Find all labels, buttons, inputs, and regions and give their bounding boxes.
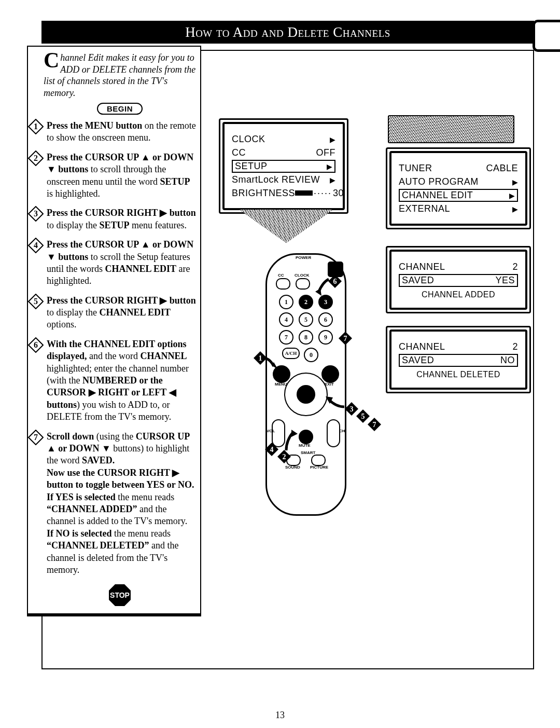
- remote-num-0: 0: [304, 348, 318, 362]
- arrow-right-icon: [512, 203, 519, 214]
- step-6-hl1: CHANNEL: [141, 351, 187, 361]
- step-7-lead: Scroll down: [47, 431, 94, 442]
- remote-cc-label: CC: [278, 273, 284, 278]
- remote-smart-picture-button: [311, 455, 326, 466]
- osd-add-saved-val: YES: [495, 275, 515, 286]
- svg-text:7: 7: [373, 421, 376, 429]
- remote-mute-label: MUTE: [299, 443, 311, 448]
- step-5-icon: 5: [28, 294, 44, 309]
- osd-del-saved-val: NO: [500, 355, 515, 366]
- osd-tuner-wrap: TUNERCABLE AUTO PROGRAM CHANNEL EDIT EXT…: [386, 147, 526, 229]
- osd-tuner-val: CABLE: [486, 163, 518, 174]
- remote-num-6: 6: [318, 312, 333, 327]
- step-3-lead: Press the CURSOR RIGHT ▶ button: [47, 208, 196, 218]
- osd-tuner-label: TUNER: [399, 163, 432, 174]
- intro-text: hannel Edit makes it easy for you to ADD…: [44, 52, 195, 98]
- remote-clock-button: [296, 278, 310, 290]
- stop-icon: STOP: [108, 583, 132, 607]
- remote-clock-label: CLOCK: [295, 273, 309, 278]
- callout-6-arrow-icon: [315, 277, 331, 298]
- remote-num-2: 2: [299, 295, 313, 309]
- osd-channel-deleted: CHANNEL2 SAVEDNO CHANNEL DELETED: [389, 329, 527, 390]
- arrow-right-icon: [512, 176, 519, 187]
- step-7-hl2: SAVED.: [82, 455, 115, 465]
- pointer-triangle-icon: [240, 210, 333, 243]
- remote-num-1: 1: [279, 295, 293, 309]
- remote-num-4: 4: [279, 312, 293, 327]
- step-7-icon: 7: [28, 430, 44, 445]
- arrow-right-icon: [330, 134, 336, 145]
- osd-add-chan-label: CHANNEL: [399, 262, 445, 272]
- callout-3-arrow-icon: [326, 396, 346, 412]
- osd-edit-label: CHANNEL EDIT: [402, 190, 473, 201]
- remote-num-5: 5: [299, 312, 313, 327]
- osd-brightness-label: BRIGHTNESS: [232, 188, 295, 199]
- content-frame: Channel Edit makes it easy for you to AD…: [41, 50, 534, 669]
- arrow-right-icon: [509, 190, 515, 201]
- callout-2-icon: 2: [277, 449, 291, 464]
- osd-clock-label: CLOCK: [232, 134, 265, 145]
- remote-cc-button: [276, 278, 290, 290]
- brightness-slider: ·····30: [295, 188, 344, 199]
- remote-vol-label: VOL: [267, 429, 275, 433]
- osd-cc-val: OFF: [316, 147, 336, 158]
- svg-text:7: 7: [344, 335, 347, 342]
- step-4-hl: CHANNEL EDIT: [105, 264, 177, 274]
- step-5-lead: Press the CURSOR RIGHT ▶ button: [47, 295, 196, 306]
- svg-text:1: 1: [259, 354, 262, 362]
- step-7-rest: (using the: [94, 431, 136, 442]
- svg-text:3: 3: [34, 209, 38, 218]
- osd-brightness-val: 30: [333, 188, 344, 199]
- step-6-rest: and the word: [87, 351, 141, 361]
- step-7-line2: Now use the CURSOR RIGHT ▶ button to tog…: [47, 468, 194, 490]
- step-3-icon: 3: [28, 206, 44, 222]
- page-number: 13: [0, 710, 560, 721]
- page-title-bar: How to Add and Delete Channels: [41, 21, 534, 44]
- osd-main-wrap: CLOCK CCOFF SETUP SmartLock REVIEW BRIGH…: [219, 118, 348, 214]
- osd-channel-added-wrap: CHANNEL2 SAVEDYES CHANNEL ADDED: [386, 246, 526, 313]
- step-1-icon: 1: [28, 119, 44, 134]
- intro-paragraph: Channel Edit makes it easy for you to AD…: [44, 52, 196, 99]
- callout-7-icon: 7: [338, 331, 353, 346]
- step-7-line3a: If YES is selected: [47, 492, 116, 502]
- step-5-hl: CHANNEL EDIT: [100, 307, 171, 318]
- step-5-rest2: options.: [47, 319, 77, 329]
- remote-power-label: POWER: [296, 255, 311, 260]
- step-4: 4 Press the CURSOR UP ▲ or DOWN ▼ button…: [44, 239, 196, 287]
- remote-dpad: [284, 373, 326, 414]
- remote-smart-label: SMART: [301, 450, 315, 455]
- step-6: 6 With the CHANNEL EDIT options displaye…: [44, 338, 196, 423]
- osd-setup-label: SETUP: [235, 161, 268, 172]
- step-2: 2 Press the CURSOR UP ▲ or DOWN ▼ button…: [44, 152, 196, 200]
- svg-text:3: 3: [350, 405, 354, 413]
- remote-num-9: 9: [318, 330, 333, 345]
- step-2-hl: SETUP: [160, 176, 190, 187]
- remote-num-7: 7: [279, 330, 293, 345]
- osd-cc-label: CC: [232, 147, 246, 158]
- begin-pill: BEGIN: [97, 103, 143, 115]
- osd-add-chan-val: 2: [512, 262, 518, 272]
- step-6-icon: 6: [28, 337, 44, 353]
- step-3-hl: SETUP: [100, 220, 130, 230]
- video-thumb-strip: [388, 115, 514, 143]
- osd-del-chan-val: 2: [512, 341, 518, 352]
- instruction-panel: Channel Edit makes it easy for you to AD…: [27, 46, 201, 616]
- callout-1-arrow-icon: [263, 355, 279, 370]
- remote-control-figure: POWER CC CLOCK 1 2 3 4 5 6 7 8 9 A/CH 0: [234, 253, 369, 523]
- step-7-q2: “CHANNEL DELETED”: [47, 540, 149, 551]
- step-1-lead: Press the MENU button: [47, 120, 142, 131]
- osd-channel-deleted-wrap: CHANNEL2 SAVEDNO CHANNEL DELETED: [386, 326, 526, 393]
- osd-add-saved-label: SAVED: [402, 275, 434, 286]
- osd-auto-label: AUTO PROGRAM: [399, 176, 479, 187]
- page-title: How to Add and Delete Channels: [185, 24, 390, 40]
- osd-tuner: TUNERCABLE AUTO PROGRAM CHANNEL EDIT EXT…: [389, 151, 527, 226]
- step-7-line4a: If NO is selected: [47, 528, 111, 539]
- osd-external-label: EXTERNAL: [399, 203, 450, 214]
- step-7-line3b: the menu reads: [116, 492, 174, 502]
- step-2-icon: 2: [28, 150, 44, 166]
- svg-text:7: 7: [34, 433, 38, 442]
- svg-marker-21: [291, 430, 298, 437]
- page-tab-notch: [533, 20, 560, 52]
- step-2-rest2: is highlighted.: [47, 188, 100, 199]
- svg-text:2: 2: [283, 453, 286, 461]
